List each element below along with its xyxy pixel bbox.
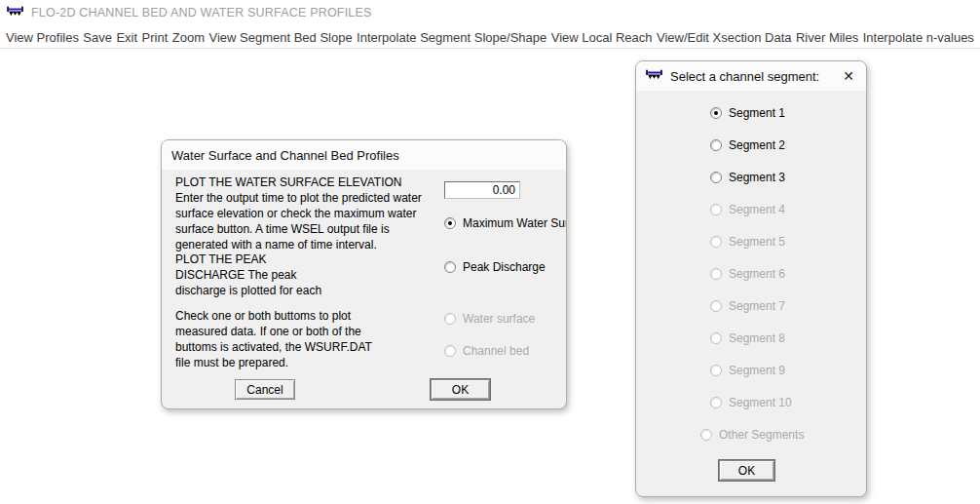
profiles-dialog-title: Water Surface and Channel Bed Profiles — [171, 148, 399, 163]
wsel-text: Enter the output time to plot the predic… — [175, 191, 422, 252]
radio-water-surface: Water surface — [444, 312, 535, 326]
flo2d-channel-icon — [646, 69, 662, 83]
menu-interpolate-segment-slope-shape[interactable]: Interpolate Segment Slope/Shape — [357, 30, 547, 45]
radio-label: Channel bed — [463, 344, 529, 358]
radio-label: Segment 7 — [729, 299, 785, 313]
radio-icon — [444, 345, 456, 357]
radio-segment-6: Segment 6 — [710, 267, 866, 280]
radio-label: Segment 10 — [729, 396, 792, 409]
output-time-input[interactable] — [444, 181, 520, 199]
radio-icon — [710, 365, 722, 376]
radio-segment-2[interactable]: Segment 2 — [710, 138, 866, 151]
flo2d-channel-icon — [7, 6, 23, 19]
segment-dialog-titlebar[interactable]: Select a channel segment: ✕ — [636, 61, 866, 91]
radio-icon — [700, 429, 712, 441]
app-window: FLO-2D CHANNEL BED AND WATER SURFACE PRO… — [0, 0, 980, 504]
radio-icon — [710, 397, 722, 408]
profiles-dialog-body: PLOT THE WATER SURFACE ELEVATION Enter t… — [162, 170, 566, 409]
radio-icon — [444, 261, 456, 273]
radio-icon — [710, 268, 722, 280]
radio-label: Segment 3 — [729, 171, 785, 184]
measured-data-instructions: Check one or both buttoms to plot measur… — [175, 308, 440, 370]
radio-label: Segment 8 — [729, 331, 785, 345]
radio-label: Segment 4 — [729, 203, 785, 216]
segment-list: Segment 1 Segment 2 Segment 3 Segment 4 … — [636, 91, 866, 481]
ok-button[interactable]: OK — [431, 379, 490, 400]
menu-view-edit-xsection-data[interactable]: View/Edit Xsection Data — [657, 30, 792, 45]
menu-exit[interactable]: Exit — [116, 30, 137, 45]
radio-channel-bed: Channel bed — [444, 344, 529, 358]
radio-other-segments: Other Segments — [700, 428, 866, 441]
app-titlebar[interactable]: FLO-2D CHANNEL BED AND WATER SURFACE PRO… — [0, 0, 980, 25]
menu-river-miles[interactable]: River Miles — [796, 30, 858, 45]
menu-zoom[interactable]: Zoom — [172, 30, 205, 45]
app-title: FLO-2D CHANNEL BED AND WATER SURFACE PRO… — [31, 6, 372, 19]
radio-icon — [710, 139, 722, 151]
menu-view-segment-bed-slope[interactable]: View Segment Bed Slope — [208, 30, 352, 45]
radio-icon — [710, 236, 722, 248]
radio-segment-10: Segment 10 — [710, 396, 866, 408]
radio-segment-9: Segment 9 — [710, 364, 866, 376]
radio-icon — [710, 172, 722, 183]
wsel-instructions: PLOT THE WATER SURFACE ELEVATION Enter t… — [175, 174, 440, 252]
radio-icon — [710, 332, 722, 344]
radio-label: Other Segments — [719, 428, 804, 442]
radio-label: Maximum Water Surface — [463, 216, 567, 230]
radio-label: Segment 2 — [729, 138, 785, 152]
segment-dialog: Select a channel segment: ✕ Segment 1 Se… — [635, 60, 867, 497]
menu-view-local-reach[interactable]: View Local Reach — [551, 30, 653, 45]
profiles-dialog-titlebar[interactable]: Water Surface and Channel Bed Profiles — [162, 140, 566, 170]
radio-label: Segment 9 — [729, 364, 785, 377]
menu-save[interactable]: Save — [83, 30, 112, 45]
radio-label: Water surface — [463, 312, 535, 326]
radio-icon — [444, 217, 456, 229]
radio-icon — [444, 313, 456, 325]
radio-segment-3[interactable]: Segment 3 — [710, 171, 866, 183]
radio-segment-8: Segment 8 — [710, 331, 866, 344]
radio-segment-4: Segment 4 — [710, 203, 866, 215]
radio-segment-7: Segment 7 — [710, 299, 866, 312]
radio-segment-1[interactable]: Segment 1 — [710, 106, 866, 119]
radio-label: Segment 5 — [729, 235, 785, 249]
radio-segment-5: Segment 5 — [710, 235, 866, 248]
profiles-dialog: Water Surface and Channel Bed Profiles P… — [161, 139, 567, 409]
menu-print[interactable]: Print — [142, 30, 169, 45]
peak-discharge-instructions: PLOT THE PEAK DISCHARGE The peak dischar… — [175, 252, 440, 298]
wsel-heading: PLOT THE WATER SURFACE ELEVATION — [175, 175, 402, 189]
radio-label: Segment 1 — [729, 106, 785, 120]
segment-ok-button[interactable]: OK — [719, 460, 774, 481]
radio-maximum-water-surface[interactable]: Maximum Water Surface — [444, 216, 567, 230]
radio-label: Peak Discharge — [463, 260, 546, 274]
radio-peak-discharge[interactable]: Peak Discharge — [444, 260, 546, 274]
menubar: View Profiles Save Exit Print Zoom View … — [0, 26, 980, 49]
segment-dialog-title: Select a channel segment: — [670, 69, 819, 84]
cancel-button[interactable]: Cancel — [235, 379, 295, 400]
menu-interpolate-n-values[interactable]: Interpolate n-values — [863, 30, 974, 45]
close-icon[interactable]: ✕ — [843, 61, 854, 91]
radio-icon — [710, 204, 722, 215]
menu-view-profiles[interactable]: View Profiles — [6, 30, 79, 45]
radio-icon — [710, 300, 722, 312]
radio-label: Segment 6 — [729, 267, 785, 281]
radio-icon — [710, 107, 722, 119]
